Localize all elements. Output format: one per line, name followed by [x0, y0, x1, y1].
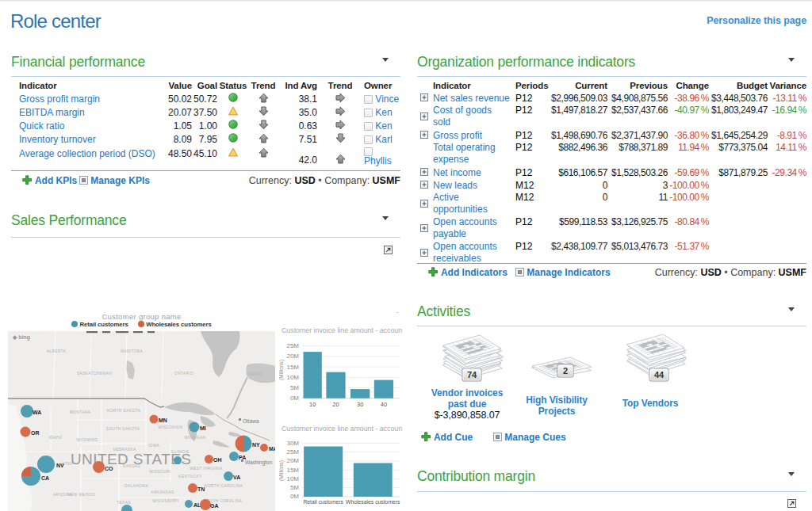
svg-text:Ottawa: Ottawa — [243, 418, 259, 424]
svg-text:Wholesales customers: Wholesales customers — [346, 499, 400, 505]
svg-text:MI: MI — [200, 425, 206, 431]
svg-text:MA: MA — [269, 446, 275, 452]
svg-text:SASKATCHEWAN: SASKATCHEWAN — [77, 372, 113, 376]
svg-text:Customer invoice line amount -: Customer invoice line amount - accountin… — [282, 425, 402, 433]
svg-text:NV: NV — [56, 463, 64, 468]
svg-text:ONTARIO: ONTARIO — [174, 372, 193, 376]
svg-text:MN: MN — [159, 418, 167, 423]
svg-text:QUEBEC: QUEBEC — [246, 372, 264, 376]
svg-text:20M: 20M — [286, 457, 299, 464]
svg-text:40: 40 — [381, 401, 387, 408]
svg-text:KENTUCKY: KENTUCKY — [178, 475, 202, 479]
svg-text:VA: VA — [233, 475, 240, 480]
svg-text:15M: 15M — [286, 467, 299, 474]
svg-text:PA: PA — [239, 455, 246, 460]
svg-text:25M: 25M — [286, 448, 299, 456]
svg-text:20M: 20M — [286, 353, 299, 360]
svg-text:30: 30 — [357, 401, 363, 408]
svg-text:WA: WA — [33, 410, 41, 415]
svg-text:(Millions): (Millions) — [279, 360, 285, 380]
svg-text:IDAHO: IDAHO — [48, 436, 62, 440]
svg-text:44: 44 — [654, 370, 665, 379]
svg-text:2: 2 — [563, 366, 568, 376]
svg-text:CA: CA — [41, 475, 49, 481]
svg-text:GA: GA — [210, 503, 219, 509]
svg-text:MONTANA: MONTANA — [70, 410, 91, 414]
svg-text:IOWA: IOWA — [148, 444, 160, 448]
svg-text:NORTH CAROLINA: NORTH CAROLINA — [205, 484, 243, 488]
svg-text:OH: OH — [213, 457, 222, 463]
svg-text:CO: CO — [105, 466, 113, 471]
svg-text:WYOMING: WYOMING — [77, 438, 98, 442]
svg-text:NORTH DAKOTA: NORTH DAKOTA — [107, 409, 141, 413]
svg-text:◆ bing: ◆ bing — [12, 334, 30, 341]
svg-text:5M: 5M — [290, 484, 299, 491]
svg-text:MISSISSIPPI: MISSISSIPPI — [153, 499, 179, 503]
svg-text:5M: 5M — [290, 384, 299, 391]
svg-text:0M: 0M — [290, 493, 299, 500]
svg-text:20: 20 — [332, 401, 339, 408]
svg-text:UNITED STATES: UNITED STATES — [71, 451, 191, 467]
svg-text:MICHIGAN: MICHIGAN — [184, 436, 205, 440]
svg-text:TEXAS: TEXAS — [117, 501, 131, 505]
svg-text:25M: 25M — [286, 342, 299, 349]
svg-text:MANITOBA: MANITOBA — [121, 349, 144, 353]
svg-text:ARKANSAS: ARKANSAS — [151, 490, 174, 494]
svg-text:0M: 0M — [290, 395, 299, 402]
svg-text:Customer invoice line amount -: Customer invoice line amount - accountin — [282, 326, 402, 334]
svg-text:ARIZONA: ARIZONA — [53, 493, 73, 497]
svg-text:10M: 10M — [286, 475, 299, 482]
svg-text:30M: 30M — [286, 440, 299, 447]
svg-text:MISSOURI: MISSOURI — [150, 470, 171, 474]
svg-text:ALBERTA: ALBERTA — [47, 349, 67, 353]
svg-text:OKLAHOMA: OKLAHOMA — [124, 484, 149, 488]
svg-text:Washington: Washington — [245, 460, 272, 466]
svg-text:OR: OR — [31, 430, 40, 436]
svg-text:10: 10 — [309, 401, 316, 408]
svg-text:NY: NY — [252, 442, 260, 448]
svg-text:WISCONSIN: WISCONSIN — [158, 425, 182, 429]
svg-text:TN: TN — [197, 486, 205, 492]
svg-text:Retail customers: Retail customers — [303, 499, 343, 505]
svg-text:WEST VIRGINIA: WEST VIRGINIA — [190, 467, 223, 471]
svg-text:74: 74 — [467, 370, 477, 379]
svg-text:10M: 10M — [286, 374, 299, 381]
svg-text:SOUTH DAKOTA: SOUTH DAKOTA — [106, 427, 140, 431]
svg-text:15M: 15M — [286, 364, 299, 371]
svg-text:(Millions): (Millions) — [279, 460, 285, 481]
